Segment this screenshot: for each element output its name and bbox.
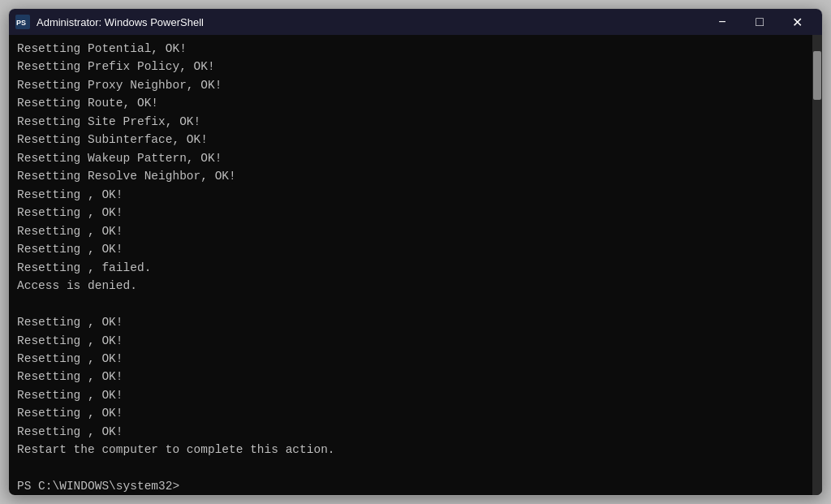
maximize-button[interactable]: □ xyxy=(741,9,778,35)
output-line: Resetting , OK! xyxy=(17,425,123,438)
window-title: Administrator: Windows PowerShell xyxy=(37,16,704,28)
scrollbar-thumb[interactable] xyxy=(813,51,821,100)
output-line: Resetting , OK! xyxy=(17,316,123,329)
output-line: Resetting , OK! xyxy=(17,389,123,402)
output-line: Resetting Resolve Neighbor, OK! xyxy=(17,170,236,183)
output-line: Resetting Proxy Neighbor, OK! xyxy=(17,79,222,92)
svg-text:PS: PS xyxy=(16,19,26,27)
output-line: Resetting Potential, OK! xyxy=(17,42,187,55)
output-line: Resetting Route, OK! xyxy=(17,97,158,110)
powershell-icon: PS xyxy=(15,15,30,29)
output-line: Resetting , OK! xyxy=(17,188,123,201)
output-line: Restart the computer to complete this ac… xyxy=(17,443,335,456)
title-bar: PS Administrator: Windows PowerShell − □… xyxy=(9,9,822,35)
output-line: Resetting , OK! xyxy=(17,334,123,347)
prompt-line: PS C:\WINDOWS\system32> xyxy=(17,480,179,493)
output-line: Resetting , OK! xyxy=(17,206,123,219)
close-button[interactable]: ✕ xyxy=(778,9,816,35)
scrollbar[interactable] xyxy=(812,35,822,495)
output-line: Resetting Wakeup Pattern, OK! xyxy=(17,152,222,165)
powershell-window: PS Administrator: Windows PowerShell − □… xyxy=(8,8,823,496)
terminal-body: Resetting Potential, OK! Resetting Prefi… xyxy=(9,35,822,495)
failed-line: Resetting , failed. xyxy=(17,261,151,274)
output-line: Resetting Site Prefix, OK! xyxy=(17,115,200,128)
output-line: Resetting Prefix Policy, OK! xyxy=(17,60,215,73)
window-controls: − □ ✕ xyxy=(704,9,816,35)
output-line: Resetting , OK! xyxy=(17,407,123,420)
minimize-button[interactable]: − xyxy=(704,9,741,35)
output-line: Resetting Subinterface, OK! xyxy=(17,133,208,146)
output-line: Resetting , OK! xyxy=(17,225,123,238)
terminal-output[interactable]: Resetting Potential, OK! Resetting Prefi… xyxy=(9,35,812,495)
output-line: Resetting , OK! xyxy=(17,370,123,383)
output-line: Resetting , OK! xyxy=(17,243,123,256)
access-denied-line: Access is denied. xyxy=(17,279,137,292)
output-line: Resetting , OK! xyxy=(17,352,123,365)
